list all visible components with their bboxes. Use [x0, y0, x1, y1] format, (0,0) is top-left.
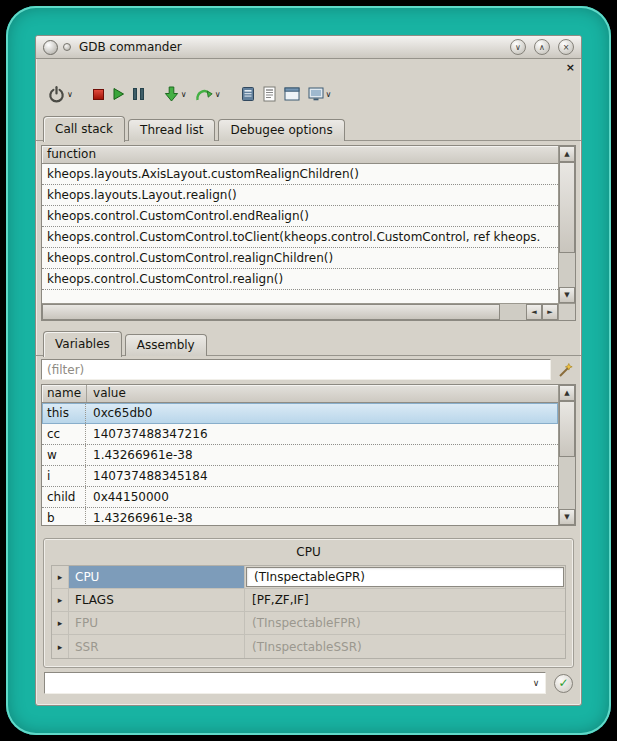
cpu-register-value: (TInspectableFPR) [245, 612, 565, 634]
cpu-row[interactable]: ▸ FLAGS [PF,ZF,IF] [52, 589, 565, 612]
variable-name-cell: i [42, 466, 86, 486]
stop-button[interactable] [93, 89, 104, 100]
chevron-up-icon: ∧ [539, 43, 545, 52]
teal-device-frame: GDB commander ∨ ∧ × × ∨ [6, 6, 611, 735]
variable-name-cell: child [42, 487, 86, 507]
variable-row[interactable]: b 1.43266961e-38 [42, 508, 558, 525]
scroll-down-icon[interactable]: ▼ [559, 509, 575, 525]
tab-call-stack[interactable]: Call stack [43, 116, 125, 142]
window-view-button[interactable] [284, 87, 300, 101]
filter-input[interactable] [41, 359, 551, 380]
titlebar[interactable]: GDB commander ∨ ∧ × [36, 36, 581, 59]
variable-row[interactable]: this 0xc65db0 [42, 403, 558, 424]
scroll-up-icon[interactable]: ▲ [559, 385, 575, 401]
expand-icon[interactable]: ▸ [52, 635, 69, 658]
tab-assembly[interactable]: Assembly [125, 334, 207, 356]
variables-table: name value this 0xc65db0 cc 140737488347… [41, 384, 576, 526]
command-input[interactable] [45, 673, 527, 693]
tab-debugee-options[interactable]: Debugee options [218, 119, 344, 141]
variable-name-cell: this [42, 403, 86, 423]
variable-name-cell: b [42, 508, 86, 525]
cpu-row[interactable]: ▸ SSR (TInspectableSSR) [52, 635, 565, 658]
dock-close-button[interactable]: × [566, 62, 575, 73]
expand-icon[interactable]: ▸ [52, 612, 69, 634]
scroll-right-icon[interactable]: ► [542, 304, 558, 320]
variables-panel: name value this 0xc65db0 cc 140737488347… [41, 356, 576, 526]
callstack-row[interactable]: kheops.control.CustomControl.toClient(kh… [42, 227, 558, 248]
maximize-button[interactable]: ∧ [534, 39, 550, 55]
cpu-register-group[interactable]: FPU [69, 612, 245, 634]
report-button[interactable] [241, 86, 255, 102]
window-title: GDB commander [79, 40, 502, 54]
combo-dropdown-icon[interactable]: ∨ [527, 673, 545, 693]
cpu-row[interactable]: ▸ FPU (TInspectableFPR) [52, 612, 565, 635]
command-combobox[interactable]: ∨ [44, 672, 546, 694]
tab-thread-list[interactable]: Thread list [128, 119, 215, 141]
close-button[interactable]: × [558, 39, 574, 55]
scroll-left-icon[interactable]: ◄ [526, 304, 542, 320]
callstack-column-header[interactable]: function [42, 146, 558, 164]
screen-dropdown-icon[interactable]: ∨ [326, 90, 332, 99]
scroll-down-icon[interactable]: ▼ [559, 287, 575, 303]
cpu-groupbox-title: CPU [51, 543, 566, 565]
callstack-vscrollbar[interactable]: ▲ ▼ [558, 146, 575, 303]
vscroll-thumb[interactable] [559, 162, 575, 253]
stop-icon [93, 89, 104, 100]
screen-options-button[interactable]: ∨ [308, 87, 332, 102]
cpu-register-value[interactable]: (TInspectableGPR) [246, 567, 564, 587]
cpu-register-group[interactable]: SSR [69, 635, 245, 658]
check-icon: ✓ [558, 676, 568, 690]
execute-command-button[interactable]: ✓ [554, 674, 573, 693]
variable-name-cell: cc [42, 424, 86, 444]
callstack-list: function kheops.layouts.AxisLayout.custo… [42, 146, 558, 303]
pause-button[interactable] [133, 88, 144, 100]
callstack-hscrollbar[interactable]: ◄ ► [42, 303, 558, 320]
shade-button[interactable]: ∨ [510, 39, 526, 55]
step-into-button[interactable]: ∨ [164, 86, 187, 102]
variable-value-cell: 0xc65db0 [86, 406, 558, 420]
variables-vscrollbar[interactable]: ▲ ▼ [558, 385, 575, 525]
callstack-row[interactable]: kheops.control.CustomControl.realignChil… [42, 248, 558, 269]
gdb-commander-window: GDB commander ∨ ∧ × × ∨ [35, 35, 582, 706]
cpu-register-group[interactable]: FLAGS [69, 589, 245, 611]
pin-icon[interactable] [63, 43, 71, 51]
variable-row[interactable]: child 0x44150000 [42, 487, 558, 508]
cpu-register-group[interactable]: CPU [69, 566, 245, 588]
cpu-groupbox: CPU ▸ CPU (TInspectableGPR) ▸ FLAGS [PF,… [43, 538, 574, 668]
run-button[interactable] [112, 87, 125, 101]
expand-icon[interactable]: ▸ [52, 589, 69, 611]
cpu-register-value: [PF,ZF,IF] [245, 589, 565, 611]
step-into-dropdown-icon[interactable]: ∨ [181, 90, 187, 99]
power-dropdown-icon[interactable]: ∨ [67, 90, 73, 99]
callstack-row[interactable]: kheops.layouts.Layout.realign() [42, 185, 558, 206]
filter-options-button[interactable] [556, 361, 576, 379]
debug-toolbar: ∨ ∨ ∨ [36, 75, 581, 113]
variable-row[interactable]: w 1.43266961e-38 [42, 445, 558, 466]
tab-variables[interactable]: Variables [43, 331, 122, 357]
variables-tabbar: Variables Assembly [36, 328, 581, 356]
step-over-button[interactable]: ∨ [195, 87, 221, 102]
cpu-row[interactable]: ▸ CPU (TInspectableGPR) [52, 566, 565, 589]
splitter[interactable] [36, 321, 581, 328]
vscroll-thumb[interactable] [559, 401, 575, 457]
variables-header-name[interactable]: name [42, 385, 87, 402]
callstack-row[interactable]: kheops.control.CustomControl.realign() [42, 269, 558, 290]
step-over-dropdown-icon[interactable]: ∨ [215, 90, 221, 99]
window-icon [284, 87, 300, 101]
variables-header-value[interactable]: value [87, 385, 558, 402]
callstack-panel: function kheops.layouts.AxisLayout.custo… [41, 145, 576, 321]
log-icon [263, 86, 276, 102]
hscroll-thumb[interactable] [42, 304, 500, 320]
callstack-row[interactable]: kheops.layouts.AxisLayout.customRealignC… [42, 164, 558, 185]
power-button[interactable]: ∨ [48, 86, 73, 103]
variable-value-cell: 0x44150000 [86, 490, 558, 504]
log-button[interactable] [263, 86, 276, 102]
scroll-up-icon[interactable]: ▲ [559, 146, 575, 162]
variable-name-cell: w [42, 445, 86, 465]
expand-icon[interactable]: ▸ [52, 566, 69, 588]
callstack-row[interactable]: kheops.control.CustomControl.endRealign(… [42, 206, 558, 227]
variable-row[interactable]: cc 140737488347216 [42, 424, 558, 445]
close-icon: × [563, 43, 570, 52]
variable-row[interactable]: i 140737488345184 [42, 466, 558, 487]
variable-value-cell: 1.43266961e-38 [86, 511, 558, 525]
